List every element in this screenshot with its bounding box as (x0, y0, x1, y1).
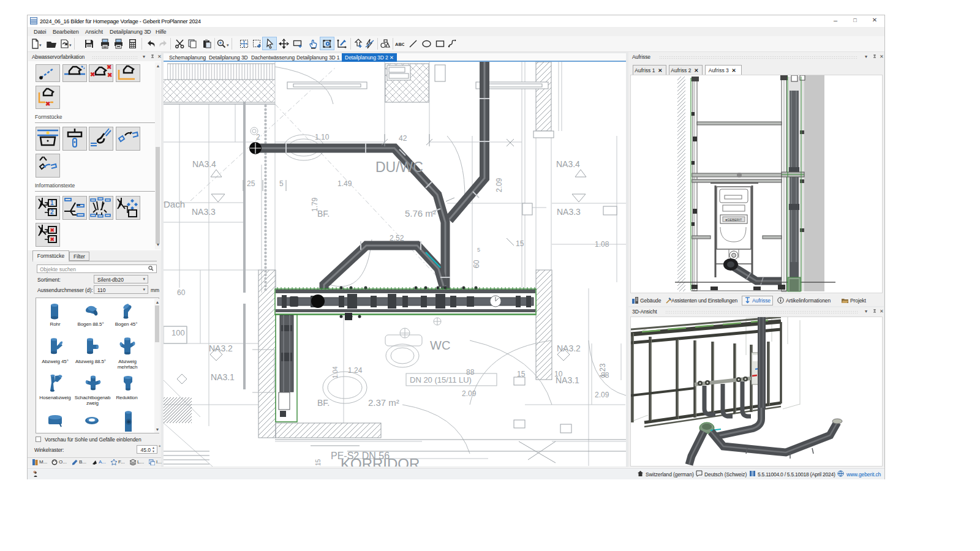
svg-text:60: 60 (472, 260, 481, 268)
svg-text:●GEBERIT: ●GEBERIT (725, 218, 742, 222)
svg-text:✖: ✖ (45, 100, 50, 107)
svg-text:2.09: 2.09 (495, 178, 503, 192)
svg-text:✖: ✖ (50, 236, 55, 242)
svg-text:5.76 m²: 5.76 m² (405, 208, 436, 219)
svg-text:NA3.1: NA3.1 (211, 372, 235, 382)
svg-text:✖: ✖ (90, 71, 95, 78)
svg-text:DN 20 (15/11 LU): DN 20 (15/11 LU) (410, 375, 472, 384)
svg-text:15: 15 (516, 239, 524, 248)
svg-text:100: 100 (172, 328, 185, 337)
svg-text:1.04: 1.04 (332, 366, 339, 378)
svg-text:1.24: 1.24 (348, 366, 363, 375)
svg-text:✖: ✖ (50, 227, 55, 233)
svg-text:60: 60 (177, 288, 186, 297)
svg-text:DU/WC: DU/WC (375, 159, 423, 175)
svg-text:5: 5 (279, 179, 284, 188)
svg-text:NA3.3: NA3.3 (557, 207, 581, 217)
svg-text:WC: WC (430, 339, 450, 352)
svg-text:2: 2 (256, 133, 260, 141)
svg-text:1.10: 1.10 (315, 133, 330, 141)
svg-text:✖: ✖ (107, 72, 112, 78)
svg-text:15: 15 (517, 370, 526, 378)
svg-text:88: 88 (466, 368, 475, 377)
svg-text:2: 2 (50, 209, 54, 216)
svg-text:25: 25 (247, 179, 255, 188)
svg-text:ABC: ABC (395, 42, 404, 47)
svg-text:✖: ✖ (107, 65, 111, 70)
svg-text:1.49: 1.49 (337, 179, 352, 188)
svg-text:2.52: 2.52 (390, 234, 404, 242)
svg-text:1: 1 (50, 200, 54, 206)
svg-text:BF.: BF. (317, 398, 330, 408)
svg-text:15: 15 (315, 459, 322, 466)
svg-text:KORRIDOR: KORRIDOR (341, 455, 420, 467)
svg-text:2.09: 2.09 (462, 389, 477, 398)
svg-text:1.79: 1.79 (311, 197, 319, 212)
svg-text:NA3.3: NA3.3 (192, 207, 216, 217)
svg-text:BF.: BF. (317, 209, 330, 219)
svg-text:NA3.4: NA3.4 (556, 159, 580, 169)
svg-text:Dach: Dach (164, 199, 185, 209)
svg-text:1.23: 1.23 (598, 363, 607, 378)
svg-text:2.37 m²: 2.37 m² (368, 397, 399, 408)
svg-text:2.09: 2.09 (595, 391, 609, 399)
svg-text:5: 5 (477, 247, 480, 253)
svg-text:1.08: 1.08 (595, 240, 609, 249)
svg-text:NA3.4: NA3.4 (192, 159, 216, 169)
svg-text:42: 42 (399, 134, 407, 143)
svg-text:10: 10 (554, 370, 563, 378)
